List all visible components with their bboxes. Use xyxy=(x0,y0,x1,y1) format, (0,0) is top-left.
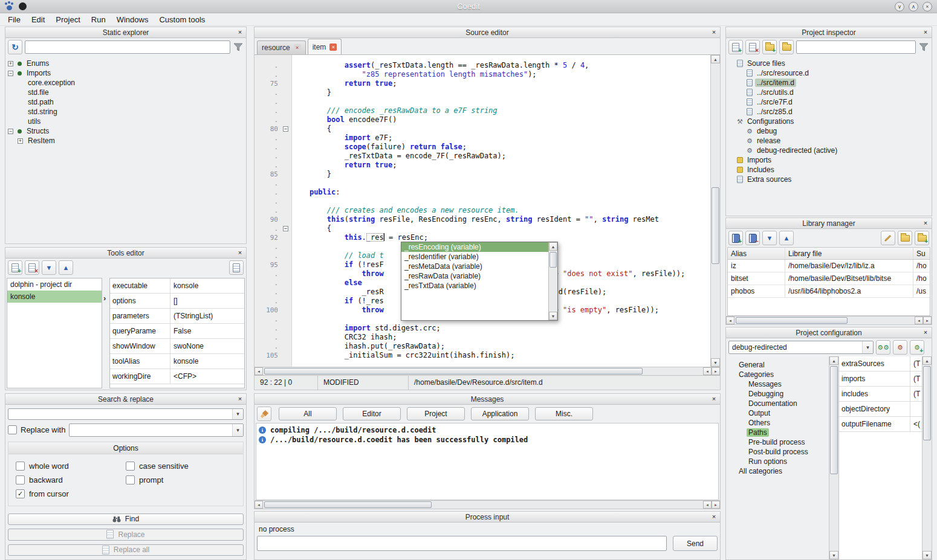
remove-config-button[interactable]: ⚙ xyxy=(893,340,907,355)
project-node-item[interactable]: ../src/item.d xyxy=(726,78,932,88)
code-line[interactable]: . xyxy=(255,179,710,188)
scroll-left-icon[interactable]: ◂ xyxy=(726,317,734,324)
library-row[interactable]: iz/home/basile/Dev/Iz/lib/iz.a/ho xyxy=(728,260,930,272)
code-line[interactable]: 90 this(string resFile, ResEncoding resE… xyxy=(255,215,710,224)
checkbox[interactable] xyxy=(16,475,25,484)
add-library-button[interactable]: + xyxy=(728,231,743,245)
close-panel-icon[interactable]: × xyxy=(710,395,718,404)
process-input-field[interactable] xyxy=(257,536,667,551)
scroll-up-icon[interactable]: ▲ xyxy=(549,242,557,251)
close-panel-icon[interactable]: × xyxy=(236,395,244,404)
tool-property-value[interactable]: (TStringList) xyxy=(170,312,216,320)
code-line[interactable]: 105 _initialSum = crc322uint(ihash.finis… xyxy=(255,351,710,360)
replace-button[interactable]: Replace xyxy=(8,529,244,540)
remove-tool-button[interactable]: × xyxy=(25,260,39,275)
fold-collapse-icon[interactable]: − xyxy=(283,226,288,231)
move-tool-up-button[interactable]: ▲ xyxy=(59,260,73,275)
tool-property-value[interactable]: [] xyxy=(170,297,181,305)
close-panel-icon[interactable]: × xyxy=(921,329,930,337)
scroll-down-icon[interactable]: ▼ xyxy=(549,312,557,320)
config-property-row[interactable]: objectDirectory xyxy=(839,402,922,417)
code-line[interactable]: . assert(_resTxtData.length == _resRawDa… xyxy=(255,61,710,70)
config-property-value[interactable]: <( xyxy=(910,420,922,428)
option-case-sensitive[interactable]: case sensitive xyxy=(126,462,236,471)
code-line[interactable]: 85 } xyxy=(255,170,710,179)
edit-library-button[interactable] xyxy=(881,231,895,245)
tool-property-row[interactable]: options[] xyxy=(110,294,244,309)
code-line[interactable]: 92 this._res = resEnc; xyxy=(255,233,710,242)
tool-item[interactable]: konsole xyxy=(7,291,102,303)
code-line[interactable]: . scope(failure) return false; xyxy=(255,143,710,152)
filter-misc[interactable]: Misc. xyxy=(535,407,593,420)
code-line[interactable]: . xyxy=(255,97,710,106)
config-category-item[interactable]: Output xyxy=(726,408,829,418)
close-panel-icon[interactable]: × xyxy=(710,28,718,37)
menu-custom-tools[interactable]: Custom tools xyxy=(154,13,210,26)
code-line[interactable]: . import e7F; xyxy=(255,134,710,143)
filter-application[interactable]: Application xyxy=(471,407,529,420)
collapse-icon[interactable]: − xyxy=(8,129,13,134)
dropdown-arrow-icon[interactable]: ▾ xyxy=(862,341,873,353)
config-property-row[interactable]: outputFilename<( xyxy=(839,417,922,432)
refresh-button[interactable]: ↻ xyxy=(8,40,22,54)
configuration-selector[interactable]: debug-redirected ▾ xyxy=(728,341,874,354)
close-panel-icon[interactable]: × xyxy=(921,28,930,37)
library-row[interactable]: phobos/usr/lib64/libphobos2.a/us xyxy=(728,285,930,298)
tool-property-row[interactable]: queryParameFalse xyxy=(110,324,244,339)
collapse-icon[interactable]: − xyxy=(8,71,13,76)
menu-project[interactable]: Project xyxy=(50,13,85,26)
code-line[interactable]: . xyxy=(255,197,710,206)
tab-resource[interactable]: resource× xyxy=(257,40,306,54)
replace-all-button[interactable]: Replace all xyxy=(8,544,244,556)
code-line[interactable]: . CRC32 ihash; xyxy=(255,333,710,342)
config-property-row[interactable]: imports(T xyxy=(839,372,922,387)
close-panel-icon[interactable]: × xyxy=(236,28,244,37)
symbol-item[interactable]: +ResItem xyxy=(5,136,246,146)
code-line[interactable]: . /// creates and encodes a new resource… xyxy=(255,206,710,215)
config-category-item[interactable]: Others xyxy=(726,418,829,428)
message-row[interactable]: icompiling /.../build/resource.d.coedit xyxy=(256,425,718,435)
completion-item[interactable]: _resMetaData (variable) xyxy=(401,262,548,271)
config-category-item[interactable]: All categories xyxy=(726,466,829,476)
tool-property-value[interactable]: konsole xyxy=(170,357,201,365)
filter-all[interactable]: All xyxy=(279,407,337,420)
library-from-folder-button[interactable] xyxy=(898,231,912,245)
symbol-item[interactable]: std.string xyxy=(5,107,246,117)
config-category-item[interactable]: General xyxy=(726,360,829,370)
code-line[interactable]: .− { xyxy=(255,224,710,233)
config-category-item[interactable]: Run options xyxy=(726,457,829,466)
config-category-item[interactable]: Post-build process xyxy=(726,447,829,457)
config-property-value[interactable]: (T xyxy=(910,359,922,368)
completion-scrollbar[interactable]: ▲ ▼ xyxy=(548,242,557,320)
checkbox[interactable]: ✓ xyxy=(16,489,25,498)
config-category-item[interactable]: Pre-build process xyxy=(726,437,829,447)
add-tool-button[interactable]: + xyxy=(8,260,22,275)
scrollbar-thumb[interactable] xyxy=(830,366,838,474)
tool-property-row[interactable]: toolAliaskonsole xyxy=(110,354,244,369)
config-category-item[interactable]: Messages xyxy=(726,379,829,389)
filter-project[interactable]: Project xyxy=(407,407,465,420)
editor-hscrollbar[interactable]: ◂ ◂ ▸ xyxy=(255,367,720,375)
checkbox[interactable] xyxy=(16,462,25,471)
code-line[interactable]: . bool encodee7F() xyxy=(255,115,710,124)
config-property-row[interactable]: includes(T xyxy=(839,387,922,402)
menu-windows[interactable]: Windows xyxy=(111,13,154,26)
move-tool-down-button[interactable]: ▼ xyxy=(42,260,56,275)
scrollbar-thumb[interactable] xyxy=(264,501,432,508)
symbol-item[interactable]: +Enums xyxy=(5,59,246,68)
fold-collapse-icon[interactable]: − xyxy=(283,126,288,132)
symbol-item[interactable]: −Structs xyxy=(5,126,246,136)
project-node-item[interactable]: ⚒Configurations xyxy=(726,117,932,126)
remove-library-button[interactable]: − xyxy=(745,231,760,245)
inspector-filter-input[interactable] xyxy=(796,40,916,54)
menu-edit[interactable]: Edit xyxy=(26,13,50,26)
remove-source-button[interactable]: × xyxy=(745,40,760,54)
add-config-button[interactable]: ⚙+ xyxy=(910,340,924,355)
scroll-left-icon[interactable]: ◂ xyxy=(255,367,263,375)
add-folder-button[interactable]: + xyxy=(762,40,777,54)
scrollbar-thumb[interactable] xyxy=(550,252,557,268)
scroll-right-icon[interactable]: ▸ xyxy=(923,317,932,324)
tool-property-value[interactable]: swoNone xyxy=(170,342,207,350)
scrollbar-thumb[interactable] xyxy=(923,366,931,440)
tool-property-value[interactable]: <CFP> xyxy=(170,372,199,381)
